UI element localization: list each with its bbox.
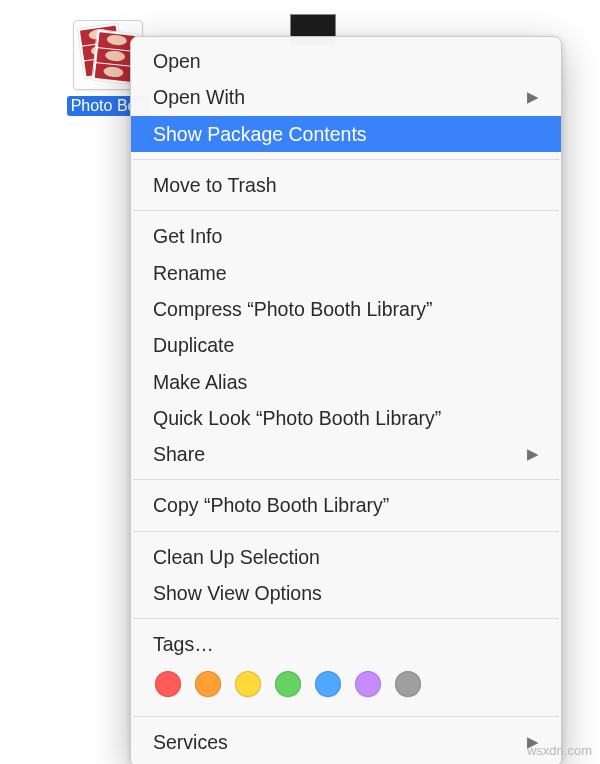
menu-label: Move to Trash [153,172,277,198]
menu-compress[interactable]: Compress “Photo Booth Library” [131,291,561,327]
tag-purple[interactable] [355,671,381,697]
menu-services[interactable]: Services ▶ [131,724,561,760]
menu-show-package-contents[interactable]: Show Package Contents [131,116,561,152]
chevron-right-icon: ▶ [527,444,539,464]
menu-label: Rename [153,260,227,286]
tags-color-row [131,663,561,709]
menu-label: Clean Up Selection [153,544,320,570]
menu-open[interactable]: Open [131,43,561,79]
menu-open-with[interactable]: Open With ▶ [131,79,561,115]
menu-label: Quick Look “Photo Booth Library” [153,405,441,431]
menu-label: Open With [153,84,245,110]
context-menu: Open Open With ▶ Show Package Contents M… [130,36,562,764]
menu-label: Copy “Photo Booth Library” [153,492,389,518]
menu-label: Compress “Photo Booth Library” [153,296,433,322]
menu-separator [133,618,559,619]
tag-orange[interactable] [195,671,221,697]
menu-label: Show Package Contents [153,121,367,147]
tag-yellow[interactable] [235,671,261,697]
chevron-right-icon: ▶ [527,87,539,107]
menu-rename[interactable]: Rename [131,255,561,291]
tag-green[interactable] [275,671,301,697]
menu-get-info[interactable]: Get Info [131,218,561,254]
menu-separator [133,716,559,717]
menu-duplicate[interactable]: Duplicate [131,327,561,363]
tag-blue[interactable] [315,671,341,697]
menu-show-view-options[interactable]: Show View Options [131,575,561,611]
menu-label: Show View Options [153,580,322,606]
menu-separator [133,159,559,160]
menu-clean-up-selection[interactable]: Clean Up Selection [131,539,561,575]
menu-label: Services [153,729,228,755]
menu-label: Duplicate [153,332,234,358]
menu-separator [133,479,559,480]
menu-label: Tags… [153,631,214,657]
menu-label: Open [153,48,201,74]
tag-red[interactable] [155,671,181,697]
menu-label: Share [153,441,205,467]
menu-move-to-trash[interactable]: Move to Trash [131,167,561,203]
menu-quick-look[interactable]: Quick Look “Photo Booth Library” [131,400,561,436]
menu-separator [133,210,559,211]
menu-label: Get Info [153,223,222,249]
menu-label: Make Alias [153,369,247,395]
menu-make-alias[interactable]: Make Alias [131,364,561,400]
tag-gray[interactable] [395,671,421,697]
watermark: wsxdn.com [527,743,592,758]
menu-share[interactable]: Share ▶ [131,436,561,472]
menu-separator [133,531,559,532]
menu-tags[interactable]: Tags… [131,626,561,662]
menu-copy[interactable]: Copy “Photo Booth Library” [131,487,561,523]
